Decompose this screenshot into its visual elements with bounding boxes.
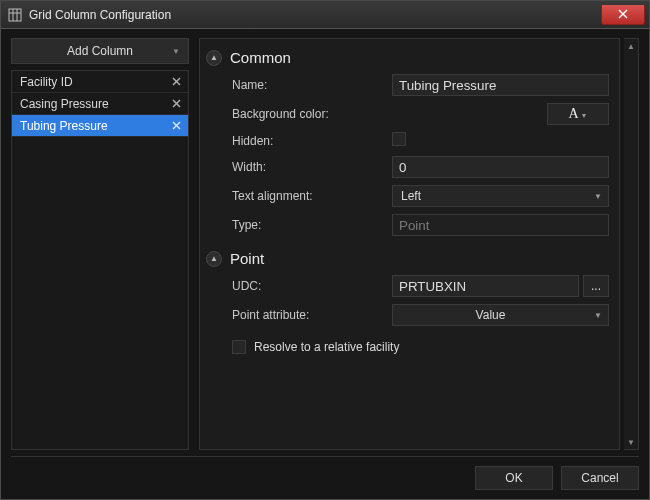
resolve-label: Resolve to a relative facility [254,340,399,354]
column-item[interactable]: Facility ID [12,71,188,93]
udc-label: UDC: [232,279,392,293]
align-combo[interactable]: Left ▼ [392,185,609,207]
collapse-point-button[interactable]: ▲ [206,251,222,267]
udc-browse-button[interactable]: ... [583,275,609,297]
scrollbar[interactable]: ▲ ▼ [624,38,639,450]
width-label: Width: [232,160,392,174]
footer: OK Cancel [11,456,639,490]
name-label: Name: [232,78,392,92]
chevron-down-icon: ▼ [172,47,180,56]
width-input[interactable] [392,156,609,178]
section-header-common: ▲ Common [206,49,609,66]
left-panel: Add Column ▼ Facility IDCasing PressureT… [11,38,189,450]
point-attr-label: Point attribute: [232,308,392,322]
section-header-point: ▲ Point [206,250,609,267]
column-item-label: Casing Pressure [20,97,109,111]
align-label: Text alignment: [232,189,392,203]
properties-content: ▲ Common Name: Background color: A ▼ [199,38,620,450]
bgcolor-picker[interactable]: A ▼ [547,103,609,125]
udc-input[interactable] [392,275,579,297]
column-item[interactable]: Tubing Pressure [12,115,188,137]
dialog-window: Grid Column Configuration Add Column ▼ F… [0,0,650,500]
name-input[interactable] [392,74,609,96]
chevron-down-icon: ▼ [594,192,602,201]
remove-column-icon[interactable] [170,76,182,88]
align-value: Left [401,189,421,203]
remove-column-icon[interactable] [170,120,182,132]
add-column-button[interactable]: Add Column ▼ [11,38,189,64]
section-title-common: Common [230,49,291,66]
resolve-checkbox[interactable] [232,340,246,354]
window-close-button[interactable] [601,5,645,25]
svg-rect-0 [9,9,21,21]
ok-button[interactable]: OK [475,466,553,490]
column-item-label: Tubing Pressure [20,119,108,133]
column-list: Facility IDCasing PressureTubing Pressur… [11,70,189,450]
scroll-up-icon[interactable]: ▲ [624,39,638,53]
add-column-label: Add Column [67,44,133,58]
type-input [392,214,609,236]
column-item-label: Facility ID [20,75,73,89]
type-label: Type: [232,218,392,232]
chevron-down-icon: ▼ [581,112,588,119]
bgcolor-label: Background color: [232,107,392,121]
remove-column-icon[interactable] [170,98,182,110]
titlebar: Grid Column Configuration [1,1,649,29]
scroll-down-icon[interactable]: ▼ [624,435,638,449]
column-item[interactable]: Casing Pressure [12,93,188,115]
collapse-common-button[interactable]: ▲ [206,50,222,66]
app-icon [7,7,23,23]
chevron-down-icon: ▼ [594,311,602,320]
hidden-checkbox[interactable] [392,132,406,146]
font-a-icon: A [568,106,578,122]
hidden-label: Hidden: [232,134,392,148]
point-attr-combo[interactable]: Value ▼ [392,304,609,326]
cancel-button[interactable]: Cancel [561,466,639,490]
right-panel: ▲ Common Name: Background color: A ▼ [199,38,639,450]
point-attr-value: Value [476,308,506,322]
window-title: Grid Column Configuration [29,8,601,22]
section-title-point: Point [230,250,264,267]
